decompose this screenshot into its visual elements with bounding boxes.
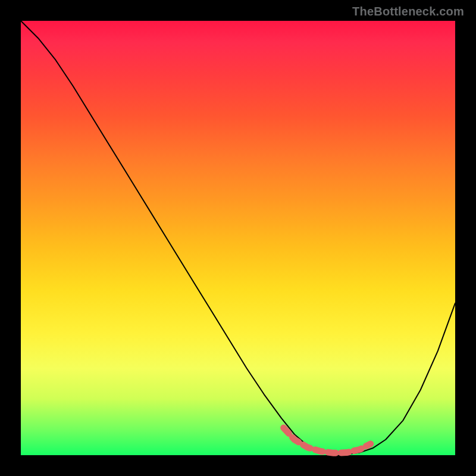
chart-stage: TheBottleneck.com <box>0 0 476 476</box>
chart-svg <box>21 21 455 455</box>
watermark-label: TheBottleneck.com <box>352 5 464 18</box>
series-beads-red <box>284 428 371 453</box>
series-curve-black <box>21 21 455 455</box>
